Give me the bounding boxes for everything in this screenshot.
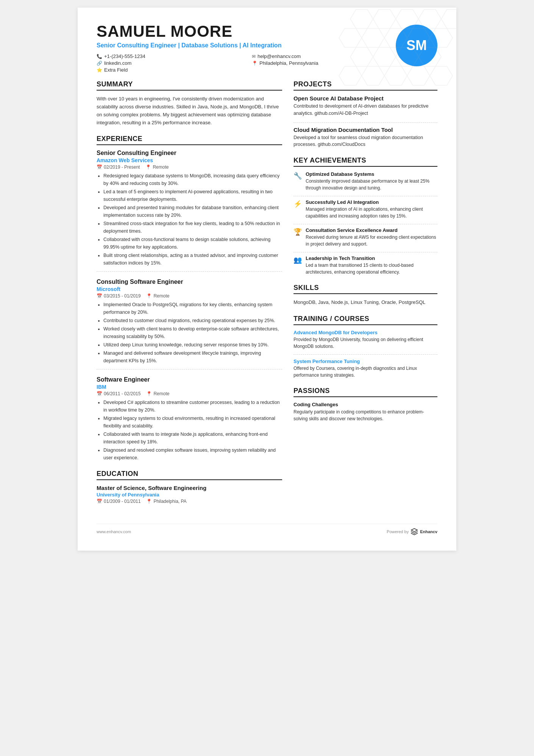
skills-section: SKILLS MongoDB, Java, Node.js, Linux Tun… — [294, 284, 437, 307]
main-content: SUMMARY With over 10 years in engineerin… — [97, 80, 437, 512]
job-company-ms: Microsoft — [97, 286, 282, 292]
job-company-aws: Amazon Web Services — [97, 157, 282, 163]
project-title-2: Cloud Migration Documentation Tool — [294, 127, 437, 133]
achievement-content-3: Consultation Service Excellence Award Re… — [306, 227, 437, 247]
calendar-icon-aws: 📅 — [97, 164, 102, 170]
bullet-ms-5: Managed and delivered software developme… — [103, 349, 282, 365]
achievement-desc-4: Led a team that transitioned 15 clients … — [306, 262, 437, 275]
job-date-ibm: 📅 06/2011 - 02/2015 — [97, 391, 141, 396]
job-title-aws: Senior Consulting Engineer — [97, 150, 282, 157]
course-title-1: Advanced MongoDB for Developers — [294, 330, 437, 335]
left-column: SUMMARY With over 10 years in engineerin… — [97, 80, 282, 512]
job-meta-aws: 📅 02/2019 - Present 📍 Remote — [97, 164, 282, 170]
contact-linkedin: 🔗 linkedin.com — [97, 60, 240, 66]
bullet-ms-2: Contributed to customer cloud migrations… — [103, 317, 282, 324]
job-location-ibm: 📍 Remote — [146, 391, 169, 396]
right-column: PROJECTS Open Source AI Database Project… — [294, 80, 437, 512]
contact-phone: 📞 +1-(234)-555-1234 — [97, 53, 240, 59]
job-divider-aws — [97, 271, 282, 272]
projects-section: PROJECTS Open Source AI Database Project… — [294, 80, 437, 148]
achievement-content-1: Optimized Database Systems Consistently … — [306, 171, 437, 191]
job-bullets-ms: Implemented Oracle to PostgreSQL migrati… — [97, 301, 282, 365]
location-icon-aws: 📍 — [145, 164, 151, 170]
bullet-aws-5: Collaborated with cross-functional teams… — [103, 236, 282, 251]
project-desc-1: Contributed to development of AI-driven … — [294, 103, 437, 117]
resume-container: SAMUEL MOORE Senior Consulting Engineer … — [78, 8, 456, 551]
achievement-title-4: Leadership in Tech Transition — [306, 255, 437, 261]
location-icon-edu: 📍 — [146, 499, 152, 504]
candidate-name: SAMUEL MOORE — [97, 23, 396, 40]
achievement-divider-1 — [294, 196, 437, 196]
achievement-desc-1: Consistently improved database performan… — [306, 178, 437, 191]
email-icon: ✉ — [252, 54, 256, 59]
course-desc-1: Provided by MongoDB University, focusing… — [294, 336, 437, 350]
bullet-ibm-4: Diagnosed and resolved complex software … — [103, 446, 282, 462]
skills-title: SKILLS — [294, 284, 437, 294]
course-1: Advanced MongoDB for Developers Provided… — [294, 330, 437, 350]
achievement-title-3: Consultation Service Excellence Award — [306, 227, 437, 233]
job-date-aws: 📅 02/2019 - Present — [97, 164, 140, 170]
experience-title: EXPERIENCE — [97, 135, 282, 145]
course-2: System Performance Tuning Offered by Cou… — [294, 358, 437, 379]
achievements-title: KEY ACHIEVEMENTS — [294, 157, 437, 167]
training-title: TRAINING / COURSES — [294, 315, 437, 325]
job-bullets-ibm: Developed C# applications to streamline … — [97, 399, 282, 462]
achievement-content-4: Leadership in Tech Transition Led a team… — [306, 255, 437, 275]
course-divider — [294, 354, 437, 355]
bullet-aws-4: Streamlined cross-stack integration for … — [103, 220, 282, 235]
job-location-aws: 📍 Remote — [145, 164, 169, 170]
location-icon-ibm: 📍 — [146, 391, 152, 396]
job-date-ms: 📅 03/2015 - 01/2019 — [97, 293, 141, 299]
svg-marker-4 — [441, 9, 456, 28]
course-desc-2: Offered by Coursera, covering in-depth d… — [294, 365, 437, 379]
achievement-icon-4: 👥 — [294, 256, 302, 275]
job-company-ibm: IBM — [97, 384, 282, 390]
job-meta-ms: 📅 03/2015 - 01/2019 📍 Remote — [97, 293, 282, 299]
achievement-title-2: Successfully Led AI Integration — [306, 199, 437, 205]
achievement-2: ⚡ Successfully Led AI Integration Manage… — [294, 199, 437, 219]
calendar-icon-ms: 📅 — [97, 293, 102, 299]
bullet-aws-6: Built strong client relationships, actin… — [103, 252, 282, 267]
job-microsoft: Consulting Software Engineer Microsoft 📅… — [97, 279, 282, 369]
projects-title: PROJECTS — [294, 80, 437, 91]
achievements-section: KEY ACHIEVEMENTS 🔧 Optimized Database Sy… — [294, 157, 437, 275]
achievement-4: 👥 Leadership in Tech Transition Led a te… — [294, 255, 437, 275]
star-icon: ⭐ — [97, 67, 102, 73]
achievement-icon-2: ⚡ — [294, 200, 302, 219]
powered-by-text: Powered by — [387, 529, 409, 534]
project-divider — [294, 122, 437, 123]
training-section: TRAINING / COURSES Advanced MongoDB for … — [294, 315, 437, 379]
summary-section: SUMMARY With over 10 years in engineerin… — [97, 80, 282, 127]
edu-school: University of Pennsylvania — [97, 492, 282, 498]
location-icon-ms: 📍 — [146, 293, 152, 299]
summary-title: SUMMARY — [97, 80, 282, 91]
job-title-ms: Consulting Software Engineer — [97, 279, 282, 285]
bullet-ms-1: Implemented Oracle to PostgreSQL migrati… — [103, 301, 282, 316]
calendar-icon-ibm: 📅 — [97, 391, 102, 396]
passions-title: PASSIONS — [294, 387, 437, 397]
phone-icon: 📞 — [97, 54, 102, 59]
footer-brand: Powered by Enhancv — [387, 528, 437, 535]
bullet-ibm-1: Developed C# applications to streamline … — [103, 399, 282, 414]
linkedin-icon: 🔗 — [97, 61, 102, 66]
experience-section: EXPERIENCE Senior Consulting Engineer Am… — [97, 135, 282, 462]
footer-url: www.enhancv.com — [97, 529, 131, 534]
project-1: Open Source AI Database Project Contribu… — [294, 95, 437, 117]
contact-email: ✉ help@enhancv.com — [252, 53, 396, 59]
calendar-icon-edu: 📅 — [97, 499, 102, 504]
job-aws: Senior Consulting Engineer Amazon Web Se… — [97, 150, 282, 272]
contact-extra: ⭐ Extra Field — [97, 67, 240, 73]
achievement-content-2: Successfully Led AI Integration Managed … — [306, 199, 437, 219]
edu-meta: 📅 01/2009 - 01/2011 📍 Philadelphia, PA — [97, 499, 282, 504]
footer: www.enhancv.com Powered by Enhancv — [97, 524, 437, 535]
achievement-3: 🏆 Consultation Service Excellence Award … — [294, 227, 437, 247]
achievement-desc-2: Managed integration of AI in application… — [306, 206, 437, 219]
bullet-aws-2: Led a team of 5 engineers to implement A… — [103, 188, 282, 203]
location-icon: 📍 — [252, 61, 258, 66]
achievement-icon-3: 🏆 — [294, 228, 302, 247]
job-location-ms: 📍 Remote — [146, 293, 169, 299]
header: SAMUEL MOORE Senior Consulting Engineer … — [97, 23, 437, 73]
edu-degree: Master of Science, Software Engineering — [97, 485, 282, 491]
avatar: SM — [396, 25, 437, 66]
job-title-ibm: Software Engineer — [97, 376, 282, 383]
